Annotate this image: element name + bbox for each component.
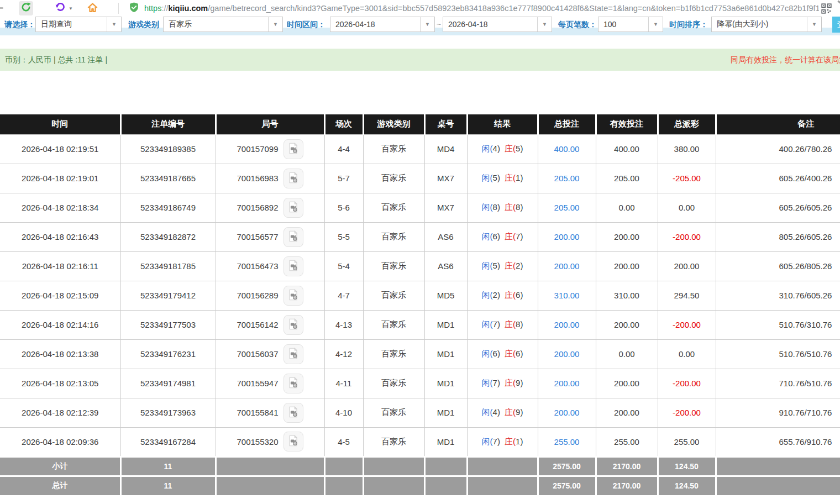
table-id: MD1 <box>424 398 467 427</box>
round-cell: 700156892 <box>216 193 324 222</box>
remark: 605.26/605.26 <box>716 193 840 222</box>
total-bet-link[interactable]: 310.00 <box>538 281 596 310</box>
reload-icon <box>20 2 32 15</box>
valid-bet: 310.00 <box>596 281 658 310</box>
undo-button[interactable] <box>53 1 67 15</box>
header-bet-id: 注单编号 <box>120 114 216 134</box>
round-id: 700156577 <box>237 232 278 242</box>
video-file-icon <box>287 143 299 156</box>
valid-bet: 0.00 <box>596 193 658 222</box>
valid-bet: 205.00 <box>596 164 658 193</box>
subtotal-total-bet: 2575.00 <box>538 456 596 476</box>
url-host: kiqiiu.com <box>169 4 208 13</box>
round-id: 700156289 <box>237 291 278 300</box>
payout: -200.00 <box>658 310 716 339</box>
total-bet-link[interactable]: 205.00 <box>538 164 596 193</box>
valid-bet: 200.00 <box>596 398 658 427</box>
browser-toolbar: ▼ https://kiqiiu.com/game/betrecord_sear… <box>0 0 840 17</box>
chevron-down-icon: ▼ <box>648 17 663 32</box>
total-bet-link[interactable]: 200.00 <box>538 251 596 281</box>
chevron-down-icon: ▼ <box>537 17 552 32</box>
video-replay-button[interactable] <box>284 227 303 247</box>
video-replay-button[interactable] <box>284 315 303 335</box>
search-button[interactable]: 查询 <box>832 17 840 33</box>
bet-id: 523349187665 <box>120 164 216 193</box>
per-page-value: 100 <box>599 20 648 29</box>
video-replay-button[interactable] <box>284 344 303 364</box>
header-game-type: 游戏类别 <box>363 114 424 134</box>
reload-button[interactable] <box>19 1 33 15</box>
valid-bet: 400.00 <box>596 134 658 164</box>
total-bet-link[interactable]: 200.00 <box>538 369 596 398</box>
game-type-label: 游戏类别 <box>128 17 159 32</box>
game-type: 百家乐 <box>363 398 424 427</box>
subtotal-row: 小计 11 2575.00 2170.00 124.50 <box>0 456 840 476</box>
currency-total-text: 币别：人民币 | 总共 :11 注单 | <box>5 49 107 71</box>
round-cell: 700155947 <box>216 369 324 398</box>
subtotal-valid-bet: 2170.00 <box>596 456 658 476</box>
video-replay-button[interactable] <box>284 198 303 218</box>
total-bet-link[interactable]: 255.00 <box>538 427 596 456</box>
header-result: 结果 <box>467 114 538 134</box>
time-sort-label: 时间排序： <box>669 17 708 32</box>
video-replay-button[interactable] <box>284 256 303 276</box>
undo-dropdown-caret[interactable]: ▼ <box>69 6 73 11</box>
address-bar[interactable]: https://kiqiiu.com/game/betrecord_search… <box>128 0 819 17</box>
total-bet-link[interactable]: 200.00 <box>538 398 596 427</box>
payout: -205.00 <box>658 164 716 193</box>
session: 5-4 <box>324 251 363 281</box>
header-round-id: 局号 <box>216 114 324 134</box>
video-replay-button[interactable] <box>284 139 303 159</box>
remark: 605.26/805.26 <box>716 251 840 281</box>
remark: 510.76/510.76 <box>716 339 840 369</box>
query-type-select[interactable]: 日期查询 ▼ <box>35 17 122 32</box>
table-row: 2026-04-18 02:19:51 523349189385 7001570… <box>0 134 840 164</box>
subtotal-payout: 124.50 <box>658 456 716 476</box>
video-replay-button[interactable] <box>284 374 303 393</box>
game-type: 百家乐 <box>363 134 424 164</box>
table-id: AS6 <box>424 222 467 251</box>
round-id: 700155320 <box>237 437 278 447</box>
payout: -200.00 <box>658 222 716 251</box>
total-bet-link[interactable]: 200.00 <box>538 310 596 339</box>
table-row: 2026-04-18 02:16:43 523349182872 7001565… <box>0 222 840 251</box>
result-cell: 闲(6) 庄(7) <box>467 222 538 251</box>
game-type: 百家乐 <box>363 310 424 339</box>
result-cell: 闲(2) 庄(6) <box>467 281 538 310</box>
table-row: 2026-04-18 02:14:16 523349177503 7001561… <box>0 310 840 339</box>
result-cell: 闲(4) 庄(9) <box>467 398 538 427</box>
total-bet-link[interactable]: 200.00 <box>538 222 596 251</box>
home-button[interactable] <box>85 1 99 15</box>
game-type-select[interactable]: 百家乐 ▼ <box>163 17 283 32</box>
total-bet-link[interactable]: 400.00 <box>538 134 596 164</box>
query-type-value: 日期查询 <box>36 19 107 29</box>
total-bet-link[interactable]: 205.00 <box>538 193 596 222</box>
video-replay-button[interactable] <box>284 286 303 306</box>
payout: -200.00 <box>658 369 716 398</box>
total-payout: 124.50 <box>658 476 716 495</box>
date-from-select[interactable]: 2026-04-18 ▼ <box>330 17 435 32</box>
payout: 200.00 <box>658 251 716 281</box>
round-cell: 700156473 <box>216 251 324 281</box>
video-file-icon <box>287 348 299 361</box>
video-replay-button[interactable] <box>284 169 303 188</box>
bet-id: 523349186749 <box>120 193 216 222</box>
video-replay-button[interactable] <box>284 403 303 423</box>
time-sort-select[interactable]: 降幂(由大到小) ▼ <box>711 17 822 32</box>
per-page-select[interactable]: 100 ▼ <box>598 17 663 32</box>
table-id: MD5 <box>424 281 467 310</box>
header-total-bet: 总投注 <box>538 114 596 134</box>
chevron-down-icon: ▼ <box>107 17 121 32</box>
home-icon <box>87 2 98 15</box>
bet-time: 2026-04-18 02:16:43 <box>0 222 120 251</box>
session: 4-4 <box>324 134 363 164</box>
date-to-select[interactable]: 2026-04-18 ▼ <box>443 17 552 32</box>
total-bet-link[interactable]: 200.00 <box>538 339 596 369</box>
table-row: 2026-04-18 02:13:38 523349176231 7001560… <box>0 339 840 369</box>
video-file-icon <box>287 377 299 390</box>
qr-code-icon[interactable] <box>821 3 832 14</box>
banker-result: 庄(7) <box>505 232 523 242</box>
table-row: 2026-04-18 02:19:01 523349187665 7001569… <box>0 164 840 193</box>
player-result: 闲(5) <box>482 173 500 183</box>
video-replay-button[interactable] <box>284 432 303 452</box>
